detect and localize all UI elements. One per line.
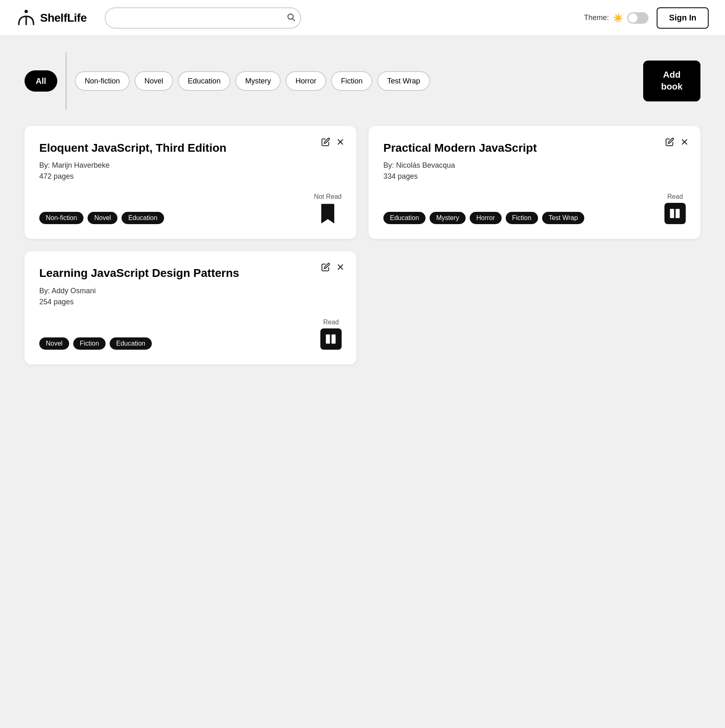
close-icon [680, 137, 689, 146]
filter-divider [65, 52, 67, 110]
delete-book-button[interactable] [336, 137, 345, 149]
not-read-label: Not Read [314, 193, 342, 200]
pencil-icon [321, 263, 330, 272]
book-pages: 254 pages [39, 298, 342, 306]
filter-tag-education[interactable]: Education [178, 71, 230, 91]
theme-area: Theme: ☀️ [584, 12, 648, 24]
card-actions [665, 137, 689, 149]
book-tag: Education [122, 212, 164, 224]
read-icon [320, 328, 342, 350]
read-label: Read [667, 193, 683, 200]
read-icon [664, 203, 686, 224]
card-bottom: Non-fictionNovelEducation Not Read [39, 193, 342, 224]
book-card: Eloquent JavaScript, Third Edition By: M… [25, 126, 356, 239]
book-title: Eloquent JavaScript, Third Edition [39, 141, 342, 155]
book-author: By: Addy Osmani [39, 287, 342, 295]
edit-book-button[interactable] [321, 137, 330, 149]
book-card: Practical Modern JavaScript By: Nicolás … [369, 126, 700, 239]
filter-tag-mystery[interactable]: Mystery [235, 71, 281, 91]
card-bottom: EducationMysteryHorrorFictionTest Wrap R… [383, 193, 686, 224]
book-tag: Fiction [73, 337, 106, 350]
svg-line-3 [293, 18, 295, 20]
book-tag: Mystery [430, 212, 466, 224]
header-right: Theme: ☀️ Sign In [584, 7, 709, 29]
filter-tag-test-wrap[interactable]: Test Wrap [377, 71, 430, 91]
book-title: Learning JavaScript Design Patterns [39, 266, 342, 281]
search-icon [286, 12, 295, 21]
close-icon [336, 263, 345, 272]
book-card: Learning JavaScript Design Patterns By: … [25, 251, 356, 364]
book-tags: NovelFictionEducation [39, 337, 152, 350]
filter-tag-horror[interactable]: Horror [286, 71, 326, 91]
main-content: All Non-fictionNovelEducationMysteryHorr… [0, 36, 725, 381]
theme-label: Theme: [584, 13, 609, 22]
book-pages: 334 pages [383, 172, 686, 181]
book-tag: Education [383, 212, 426, 224]
book-tag: Novel [39, 337, 69, 350]
add-book-button[interactable]: Addbook [643, 61, 700, 101]
header: ShelfLife Theme: ☀️ Sign In [0, 0, 725, 36]
edit-book-button[interactable] [665, 137, 674, 149]
svg-rect-12 [326, 335, 330, 344]
read-status: Read [320, 319, 342, 350]
search-icon-button[interactable] [286, 12, 295, 23]
book-author: By: Marijn Haverbeke [39, 161, 342, 170]
book-tag: Education [110, 337, 152, 350]
svg-rect-13 [331, 335, 335, 344]
logo-text: ShelfLife [40, 11, 87, 25]
book-tag: Fiction [506, 212, 538, 224]
svg-rect-8 [670, 209, 674, 218]
book-tag: Test Wrap [542, 212, 585, 224]
edit-book-button[interactable] [321, 263, 330, 274]
filter-bar: All Non-fictionNovelEducationMysteryHorr… [25, 52, 700, 110]
book-tag: Non-fiction [39, 212, 83, 224]
svg-rect-9 [675, 209, 680, 218]
filter-all-button[interactable]: All [25, 70, 57, 92]
delete-book-button[interactable] [680, 137, 689, 149]
theme-toggle[interactable] [627, 12, 648, 24]
sign-in-button[interactable]: Sign In [657, 7, 709, 29]
books-grid: Eloquent JavaScript, Third Edition By: M… [25, 126, 700, 364]
filter-tag-novel[interactable]: Novel [135, 71, 173, 91]
search-bar [105, 7, 301, 29]
search-input[interactable] [105, 7, 301, 29]
book-author: By: Nicolás Bevacqua [383, 161, 686, 170]
read-label: Read [323, 319, 339, 326]
not-read-status: Not Read [314, 193, 342, 224]
card-actions [321, 263, 345, 274]
book-pages: 472 pages [39, 172, 342, 181]
filter-tags: Non-fictionNovelEducationMysteryHorrorFi… [75, 71, 643, 91]
filter-tag-fiction[interactable]: Fiction [331, 71, 372, 91]
logo-area: ShelfLife [16, 8, 87, 28]
not-read-icon [320, 203, 336, 224]
book-title: Practical Modern JavaScript [383, 141, 686, 155]
book-tags: EducationMysteryHorrorFictionTest Wrap [383, 212, 584, 224]
book-tags: Non-fictionNovelEducation [39, 212, 164, 224]
delete-book-button[interactable] [336, 263, 345, 274]
read-status: Read [664, 193, 686, 224]
pencil-icon [665, 137, 674, 146]
filter-tag-non-fiction[interactable]: Non-fiction [75, 71, 130, 91]
book-tag: Novel [88, 212, 117, 224]
logo-icon [16, 8, 36, 28]
sun-icon: ☀️ [613, 13, 623, 23]
close-icon [336, 137, 345, 146]
svg-point-0 [25, 10, 28, 13]
pencil-icon [321, 137, 330, 146]
book-tag: Horror [470, 212, 501, 224]
card-bottom: NovelFictionEducation Read [39, 319, 342, 350]
card-actions [321, 137, 345, 149]
